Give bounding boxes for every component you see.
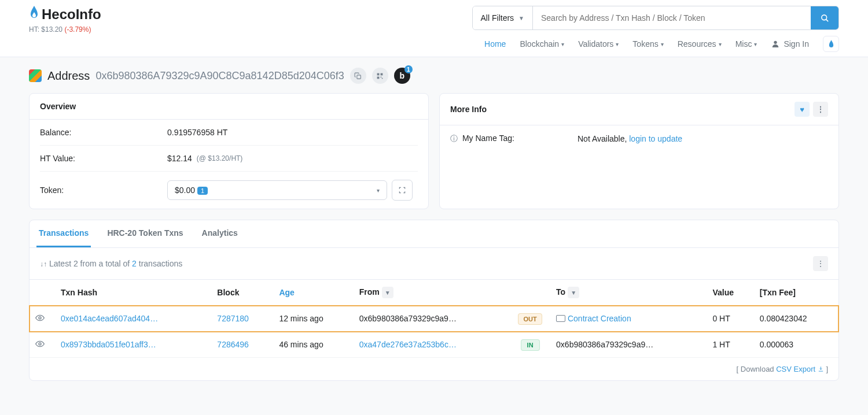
txn-to: 0x6b980386a79329c9a9… — [556, 340, 653, 349]
search-input[interactable] — [533, 6, 811, 29]
svg-point-9 — [39, 317, 41, 319]
tab-hrc20[interactable]: HRC-20 Token Txns — [105, 220, 185, 247]
txn-age: 12 mins ago — [273, 306, 353, 332]
txn-to-link[interactable]: Contract Creation — [568, 314, 631, 323]
notification-count: 1 — [404, 65, 413, 73]
chevron-down-icon: ▾ — [661, 41, 664, 47]
svg-rect-5 — [381, 73, 383, 75]
chevron-down-icon: ▾ — [754, 41, 757, 47]
col-from: From — [359, 287, 380, 297]
htvalue-value: $12.14 — [167, 154, 192, 163]
search-bar: All Filters▼ — [472, 6, 839, 30]
overview-title: Overview — [30, 94, 428, 120]
from-filter-button[interactable]: ▼ — [382, 287, 393, 298]
svg-rect-4 — [377, 73, 380, 75]
qr-icon — [376, 72, 384, 80]
txn-value: 1 HT — [707, 332, 753, 358]
main-nav: Home Blockchain▾ Validators▾ Tokens▾ Res… — [484, 36, 839, 57]
signin-link[interactable]: Sign In — [771, 39, 809, 49]
chevron-down-icon: ▾ — [561, 41, 564, 47]
tab-transactions[interactable]: Transactions — [36, 220, 91, 247]
svg-rect-6 — [377, 76, 380, 79]
sort-icon: ↓↑ — [40, 260, 47, 268]
search-filter-select[interactable]: All Filters▼ — [473, 6, 533, 29]
chevron-down-icon: ▾ — [616, 41, 619, 47]
col-block: Block — [211, 280, 273, 306]
to-filter-button[interactable]: ▼ — [568, 287, 579, 298]
table-row: 0xe014ac4ead607ad404…728718012 mins ago0… — [30, 306, 838, 332]
svg-rect-7 — [381, 76, 382, 77]
txn-block-link[interactable]: 7287180 — [217, 314, 249, 323]
copy-button[interactable] — [350, 68, 366, 84]
blockscan-badge[interactable]: b1 — [394, 68, 410, 84]
col-fee: [Txn Fee] — [754, 280, 838, 306]
txn-hash-link[interactable]: 0x8973bbda051fe01aff3… — [61, 340, 156, 349]
flame-icon — [29, 6, 39, 23]
address-hash: 0x6b980386A79329c9A90C8C9a8142D85d204C06… — [95, 70, 344, 82]
moreinfo-card: More Info ♥ ⋮ ⓘ My Name Tag: Not Availab… — [439, 93, 839, 209]
view-txn-button[interactable] — [35, 314, 45, 323]
network-badge[interactable] — [823, 36, 839, 52]
htvalue-rate: (@ $13.20/HT) — [197, 154, 243, 162]
csv-export-row: [ Download CSV Export ] — [30, 358, 838, 380]
chevron-down-icon: ▾ — [719, 41, 722, 47]
svg-line-1 — [826, 19, 828, 21]
token-dropdown[interactable]: $0.00 1 ▾ — [167, 180, 387, 200]
brand-name: HecoInfo — [42, 6, 101, 23]
tab-analytics[interactable]: Analytics — [200, 220, 240, 247]
search-button[interactable] — [811, 6, 838, 29]
col-age[interactable]: Age — [273, 280, 353, 306]
nav-blockchain[interactable]: Blockchain▾ — [520, 39, 564, 49]
svg-point-2 — [774, 41, 777, 44]
eye-icon — [35, 314, 45, 321]
search-icon — [821, 14, 829, 23]
more-actions-button[interactable]: ⋮ — [813, 102, 828, 117]
txn-from-link[interactable]: 0xa47de276e37a253b6c… — [359, 340, 457, 349]
contract-icon — [556, 315, 565, 322]
svg-point-0 — [821, 14, 826, 20]
nav-resources[interactable]: Resources▾ — [678, 39, 722, 49]
nametag-label: My Name Tag: — [462, 134, 514, 143]
svg-rect-8 — [382, 77, 383, 79]
expand-button[interactable] — [392, 180, 413, 201]
txn-fee: 0.080423042 — [754, 306, 838, 332]
address-identicon — [29, 69, 42, 82]
user-icon — [771, 39, 780, 49]
txn-hash-link[interactable]: 0xe014ac4ead607ad404… — [61, 314, 158, 323]
address-title: Address — [47, 69, 90, 83]
txn-total-link[interactable]: 2 — [132, 259, 137, 268]
moreinfo-title: More Info — [450, 105, 487, 114]
transactions-card: Transactions HRC-20 Token Txns Analytics… — [29, 220, 839, 381]
nav-tokens[interactable]: Tokens▾ — [632, 39, 663, 49]
table-options-button[interactable]: ⋮ — [813, 256, 828, 271]
chevron-down-icon: ▼ — [518, 15, 524, 21]
nav-misc[interactable]: Misc▾ — [735, 39, 757, 49]
txn-from: 0x6b980386a79329c9a9… — [359, 314, 457, 323]
address-header: Address 0x6b980386A79329c9A90C8C9a8142D8… — [29, 68, 839, 84]
expand-icon — [398, 186, 406, 194]
qr-button[interactable] — [372, 68, 388, 84]
txn-block-link[interactable]: 7286496 — [217, 340, 249, 349]
login-update-link[interactable]: login to update — [629, 134, 682, 143]
chevron-down-icon: ▾ — [377, 187, 380, 194]
table-row: 0x8973bbda051fe01aff3…728649646 mins ago… — [30, 332, 838, 358]
col-value: Value — [707, 280, 753, 306]
token-label: Token: — [40, 186, 167, 195]
logo[interactable]: HecoInfo — [29, 6, 101, 23]
svg-rect-3 — [357, 75, 361, 79]
balance-value: 0.919576958 HT — [167, 128, 227, 137]
direction-badge-in: IN — [521, 339, 540, 351]
download-icon — [818, 366, 824, 372]
eye-icon — [35, 340, 45, 347]
csv-export-link[interactable]: CSV Export — [776, 365, 824, 373]
txn-value: 0 HT — [707, 306, 753, 332]
view-txn-button[interactable] — [35, 340, 45, 349]
copy-icon — [354, 72, 362, 80]
txn-age: 46 mins ago — [273, 332, 353, 358]
nav-home[interactable]: Home — [484, 39, 506, 49]
balance-label: Balance: — [40, 128, 167, 137]
token-count-badge: 1 — [197, 187, 208, 195]
transactions-table: Txn Hash Block Age From▼ To▼ Value [Txn … — [30, 279, 838, 358]
nav-validators[interactable]: Validators▾ — [578, 39, 619, 49]
favorite-button[interactable]: ♥ — [795, 102, 810, 117]
